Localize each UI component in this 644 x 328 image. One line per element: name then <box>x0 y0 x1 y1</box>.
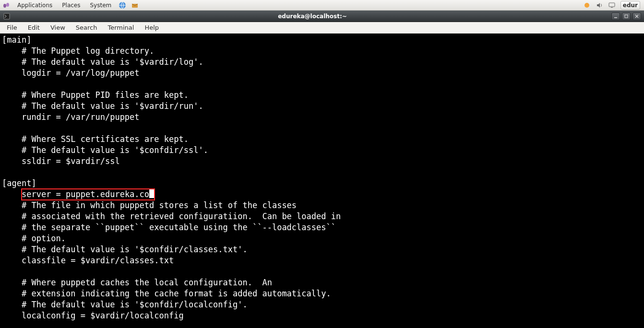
footprint-icon <box>2 1 11 10</box>
term-line: # The default value is '$vardir/log'. <box>2 57 203 67</box>
menu-file[interactable]: File <box>2 23 22 32</box>
globe-icon[interactable] <box>118 1 127 10</box>
window-maximize-button[interactable] <box>622 12 631 20</box>
svg-point-4 <box>584 3 589 8</box>
menu-help[interactable]: Help <box>140 23 164 32</box>
updates-icon[interactable] <box>131 1 139 10</box>
term-line-indent <box>2 189 22 199</box>
term-line: # extension indicating the cache format … <box>2 289 331 298</box>
term-line: # The Puppet log directory. <box>2 46 154 56</box>
term-line: [main] <box>2 35 31 45</box>
term-line: # option. <box>2 234 66 243</box>
term-line: logdir = /var/log/puppet <box>2 68 140 78</box>
svg-rect-8 <box>614 17 617 18</box>
term-line: # The default value is '$confdir/classes… <box>2 245 248 254</box>
term-line: # The default value is '$confdir/ssl'. <box>2 145 208 155</box>
term-line: # Where puppetd caches the local configu… <box>2 278 272 287</box>
menu-search[interactable]: Search <box>71 23 102 32</box>
svg-rect-6 <box>611 7 613 8</box>
svg-rect-9 <box>625 15 628 18</box>
terminal-app-icon <box>3 12 11 20</box>
volume-icon[interactable] <box>596 1 603 9</box>
text-cursor <box>149 189 155 198</box>
term-highlighted-text: server = puppet.edureka.co <box>22 189 149 199</box>
window-minimize-button[interactable] <box>611 12 620 20</box>
highlighted-server-line: server = puppet.edureka.co <box>22 189 155 200</box>
svg-rect-7 <box>4 13 10 19</box>
term-line: # The default value is '$confdir/localco… <box>2 300 248 309</box>
term-line: # Where Puppet PID files are kept. <box>2 90 189 100</box>
weather-icon[interactable] <box>583 1 591 9</box>
user-menu[interactable]: edur <box>620 1 640 10</box>
display-icon[interactable] <box>608 1 616 9</box>
term-line: # Where SSL certificates are kept. <box>2 134 189 144</box>
svg-rect-5 <box>609 3 615 7</box>
term-line: # the separate ``puppet`` executable usi… <box>2 223 336 232</box>
terminal-window: edureka@localhost:~ File Edit View Searc… <box>0 11 644 328</box>
menu-terminal[interactable]: Terminal <box>103 23 139 32</box>
window-titlebar[interactable]: edureka@localhost:~ <box>0 11 644 22</box>
term-line: # The default value is '$vardir/run'. <box>2 101 203 111</box>
gnome-top-panel: Applications Places System edur <box>0 0 644 11</box>
system-tray: edur <box>583 1 642 10</box>
term-line: [agent] <box>2 178 36 188</box>
terminal-viewport[interactable]: [main] # The Puppet log directory. # The… <box>0 34 644 328</box>
panel-menu-system[interactable]: System <box>87 0 114 11</box>
menu-view[interactable]: View <box>46 23 70 32</box>
window-close-button[interactable] <box>632 12 641 20</box>
svg-point-1 <box>6 3 9 7</box>
terminal-menubar: File Edit View Search Terminal Help <box>0 22 644 34</box>
menu-edit[interactable]: Edit <box>23 23 45 32</box>
term-line: rundir = /var/run/puppet <box>2 112 140 122</box>
panel-menu-places[interactable]: Places <box>59 0 83 11</box>
window-title: edureka@localhost:~ <box>13 13 611 20</box>
term-line: # associated with the retrieved configur… <box>2 211 341 221</box>
term-line: classfile = $vardir/classes.txt <box>2 256 174 265</box>
svg-point-0 <box>3 4 6 8</box>
term-line: ssldir = $vardir/ssl <box>2 156 120 166</box>
term-line: # The file in which puppetd stores a lis… <box>2 200 297 210</box>
term-line: localconfig = $vardir/localconfig <box>2 311 184 320</box>
panel-menu-applications[interactable]: Applications <box>14 0 55 11</box>
